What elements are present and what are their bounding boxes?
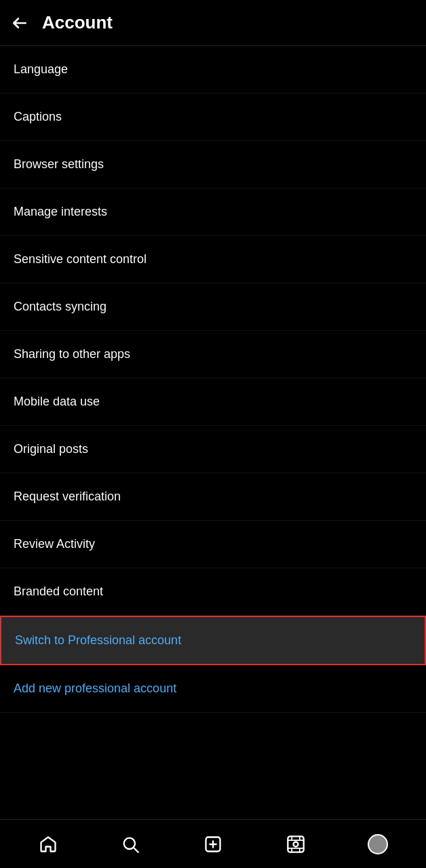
nav-create[interactable] <box>195 827 231 862</box>
menu-item-mobile-data-use[interactable]: Mobile data use <box>0 378 426 426</box>
header: Account <box>0 0 426 46</box>
menu-item-branded-content[interactable]: Branded content <box>0 568 426 616</box>
menu-item-language[interactable]: Language <box>0 46 426 94</box>
page-title: Account <box>42 12 113 33</box>
menu-item-manage-interests[interactable]: Manage interests <box>0 189 426 236</box>
menu-item-contacts-syncing[interactable]: Contacts syncing <box>0 283 426 331</box>
menu-item-sensitive-content[interactable]: Sensitive content control <box>0 236 426 283</box>
menu-item-sharing-other-apps[interactable]: Sharing to other apps <box>0 331 426 378</box>
menu-item-add-professional[interactable]: Add new professional account <box>0 665 426 713</box>
menu-item-request-verification[interactable]: Request verification <box>0 473 426 521</box>
menu-item-browser-settings[interactable]: Browser settings <box>0 141 426 189</box>
menu-item-original-posts[interactable]: Original posts <box>0 426 426 473</box>
svg-line-1 <box>134 848 138 852</box>
menu-item-switch-professional[interactable]: Switch to Professional account <box>0 616 426 665</box>
nav-search[interactable] <box>113 827 148 862</box>
menu-list: Language Captions Browser settings Manag… <box>0 46 426 819</box>
back-button[interactable] <box>11 14 28 32</box>
profile-avatar <box>368 834 388 854</box>
menu-item-review-activity[interactable]: Review Activity <box>0 521 426 568</box>
bottom-nav <box>0 819 426 868</box>
svg-point-6 <box>293 842 298 846</box>
menu-item-captions[interactable]: Captions <box>0 94 426 141</box>
svg-rect-5 <box>288 836 303 852</box>
nav-profile[interactable] <box>360 827 395 862</box>
nav-home[interactable] <box>31 827 66 862</box>
nav-reels[interactable] <box>278 827 313 862</box>
